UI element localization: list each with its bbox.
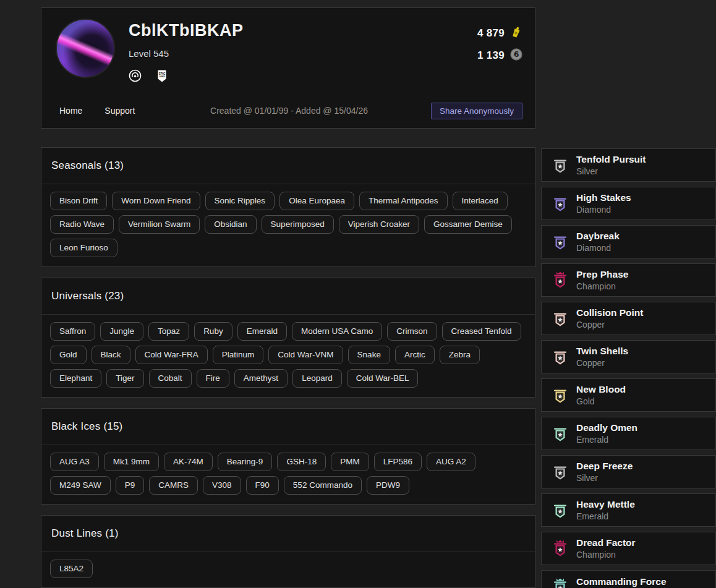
season-name: Daybreak [576, 231, 620, 242]
rank-shield-icon [553, 386, 568, 404]
rank-shield-icon [553, 425, 568, 442]
rank-tier-label: Copper [576, 358, 628, 368]
rank-shield-icon [553, 501, 568, 519]
season-name: Collision Point [576, 307, 644, 318]
profile-info: CblKTbIBKAP Level 545 [129, 19, 243, 85]
rank-shield-icon [553, 233, 568, 250]
chip-list: L85A2 [41, 552, 535, 587]
season-name: Twin Shells [576, 346, 628, 357]
skin-chip: Olea Europaea [279, 192, 354, 210]
skin-chip: Worn Down Friend [112, 192, 200, 210]
season-name: High Stakes [576, 192, 631, 203]
avatar [56, 19, 115, 78]
skin-chip: AK-74M [164, 453, 213, 471]
skin-chip: Gold [50, 346, 87, 364]
rank-text: Daybreak Diamond [576, 231, 620, 253]
skin-chip: Snake [348, 346, 390, 364]
skin-chip: AUG A3 [50, 453, 99, 471]
skin-chip: Viperish Croaker [339, 215, 419, 234]
skin-chip: Saffron [50, 322, 95, 341]
season-rank-card: Dread Factor Champion [541, 532, 716, 565]
username: CblKTbIBKAP [129, 21, 243, 40]
skin-chip: Leon Furioso [50, 239, 117, 257]
skin-chip: P9 [116, 476, 145, 495]
skin-chip: Topaz [148, 322, 189, 341]
season-name: Dread Factor [576, 537, 636, 548]
skin-chip: M249 SAW [50, 476, 111, 495]
rank-shield-icon [553, 463, 568, 480]
rank-text: Commanding Force [576, 576, 667, 588]
profile-card: CblKTbIBKAP Level 545 [41, 7, 535, 129]
profile-nav: Home Support Created @ 01/01/99 - Added … [56, 101, 522, 120]
skin-chip: Tiger [106, 369, 143, 388]
skin-chip: Sonic Ripples [205, 192, 275, 210]
rank-text: Tenfold Pursuit Silver [576, 154, 646, 176]
rank-tier-label: Gold [576, 396, 626, 406]
chip-list: SaffronJungleTopazRubyEmeraldModern USA … [41, 315, 535, 397]
skin-chip: Gossamer Demise [424, 215, 512, 234]
season-rank-card: Twin Shells Copper [541, 340, 716, 373]
skin-chip: Platinum [213, 346, 264, 364]
skin-chip: Elephant [50, 369, 101, 388]
skin-section-card: Universals (23) SaffronJungleTopazRubyEm… [41, 278, 535, 398]
skin-chip: Emerald [237, 322, 287, 341]
season-rank-card: New Blood Gold [541, 378, 716, 412]
epic-games-icon: EPIC GAMES [157, 70, 167, 85]
skin-chip: Superimposed [262, 215, 334, 234]
svg-text:GAMES: GAMES [159, 75, 165, 78]
rank-shield-icon [553, 271, 568, 289]
renown-icon [510, 25, 522, 41]
rank-tier-label: Copper [576, 320, 644, 330]
rank-text: Heavy Mettle Emerald [576, 499, 635, 521]
rank-text: Deep Freeze Silver [576, 461, 633, 483]
skin-chip: Fire [197, 369, 229, 388]
skin-section-card: Black Ices (15) AUG A3Mk1 9mmAK-74MBeari… [41, 408, 535, 505]
skin-chip: 552 Commando [284, 476, 362, 495]
share-anonymously-button[interactable]: Share Anonymously [431, 103, 522, 119]
ubisoft-icon [129, 69, 142, 85]
renown-balance: 4 879 [477, 25, 522, 41]
rank-tier-label: Silver [576, 473, 633, 483]
skin-chip: Vermilion Swarm [119, 215, 200, 234]
section-title: Universals (23) [41, 278, 535, 315]
nav-home-link[interactable]: Home [59, 106, 82, 116]
nav-support-link[interactable]: Support [104, 106, 135, 116]
season-name: New Blood [576, 384, 626, 395]
sections: Seasonals (13) Bison DriftWorn Down Frie… [41, 147, 535, 588]
season-name: Deadly Omen [576, 422, 637, 433]
season-rank-card: Tenfold Pursuit Silver [541, 148, 716, 182]
skin-chip: Cobalt [149, 369, 192, 388]
skin-section-card: Dust Lines (1) L85A2 [41, 515, 535, 588]
page: CblKTbIBKAP Level 545 [0, 0, 716, 588]
rank-tier-label: Emerald [576, 435, 637, 445]
skin-chip: Bison Drift [50, 192, 107, 210]
skin-chip: Cold War-FRA [135, 346, 208, 364]
svg-text:6: 6 [514, 49, 519, 59]
skin-chip: Ruby [194, 322, 232, 341]
skin-chip: PDW9 [367, 476, 409, 495]
rank-shield-icon [553, 348, 568, 365]
rank-tier-label: Champion [576, 550, 636, 560]
skin-chip: LFP586 [374, 453, 422, 471]
rank-shield-icon [553, 195, 568, 212]
season-name: Prep Phase [576, 269, 628, 280]
skin-chip: Black [92, 346, 130, 364]
skin-chip: V308 [203, 476, 241, 495]
skin-chip: PMM [331, 453, 369, 471]
skin-chip: Cold War-BEL [347, 369, 419, 388]
rank-tier-label: Diamond [576, 243, 620, 253]
profile-header: CblKTbIBKAP Level 545 [56, 19, 522, 85]
skin-chip: Zebra [440, 346, 480, 364]
season-rank-card: Commanding Force [541, 570, 716, 588]
season-name: Tenfold Pursuit [576, 154, 646, 165]
player-level: Level 545 [129, 48, 243, 59]
skin-chip: Amethyst [234, 369, 288, 388]
renown-value: 4 879 [477, 27, 505, 40]
skin-chip: Bearing-9 [218, 453, 273, 471]
rank-tier-label: Silver [576, 166, 646, 176]
rank-tier-label: Diamond [576, 205, 631, 215]
rank-text: Prep Phase Champion [576, 269, 628, 291]
season-rank-card: Deep Freeze Silver [541, 455, 716, 488]
skin-chip: AUG A2 [427, 453, 475, 471]
season-rank-card: Daybreak Diamond [541, 225, 716, 258]
